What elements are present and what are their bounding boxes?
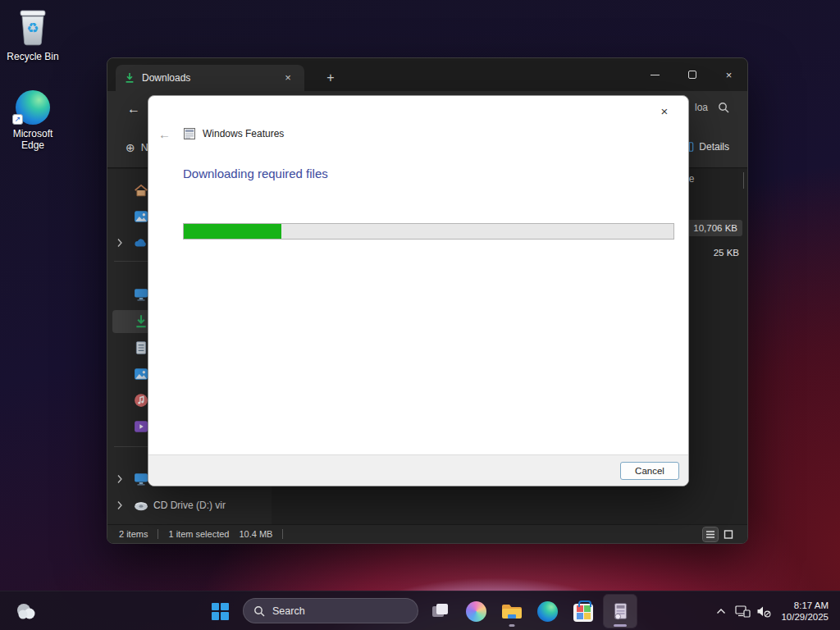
edge-button[interactable] bbox=[531, 595, 564, 628]
recycle-bin-icon: ♻ bbox=[2, 7, 64, 48]
pictures-icon bbox=[134, 367, 148, 381]
hidden-icons-chevron-button[interactable] bbox=[710, 597, 732, 625]
desktop-icon-label: Recycle Bin bbox=[2, 51, 64, 62]
tab-close-icon[interactable]: × bbox=[280, 70, 296, 86]
large-icons-view-button[interactable] bbox=[721, 527, 736, 541]
network-icon bbox=[735, 605, 751, 618]
items-count: 2 items bbox=[119, 529, 148, 539]
edge-icon: ↗ bbox=[2, 84, 64, 125]
windows-features-taskbar-button[interactable] bbox=[604, 595, 637, 628]
status-divider bbox=[282, 529, 283, 539]
windows-features-icon bbox=[183, 127, 196, 140]
large-icons-view-icon bbox=[724, 530, 733, 539]
chevron-up-icon bbox=[716, 608, 726, 614]
windows-features-dialog: × ← Windows Features Downloading require… bbox=[148, 95, 689, 486]
weather-cloud-icon bbox=[15, 602, 38, 620]
taskbar-search-box[interactable]: Search bbox=[243, 598, 418, 623]
downloads-icon bbox=[134, 314, 148, 329]
windows-logo-icon bbox=[212, 603, 229, 620]
dialog-back-icon[interactable]: ← bbox=[158, 127, 180, 141]
volume-muted-icon bbox=[756, 605, 772, 618]
task-view-icon bbox=[431, 602, 450, 620]
desktop-icon-label: Microsoft Edge bbox=[2, 128, 64, 151]
dialog-heading: Downloading required files bbox=[183, 167, 328, 180]
shortcut-arrow-icon: ↗ bbox=[12, 114, 23, 125]
windows-features-app-icon bbox=[611, 602, 629, 620]
search-box-text[interactable]: loa bbox=[695, 102, 708, 113]
sidebar-item-cd-drive[interactable]: CD Drive (D:) vir bbox=[112, 494, 260, 517]
edge-icon bbox=[537, 601, 558, 622]
cancel-button[interactable]: Cancel bbox=[620, 462, 679, 480]
search-icon bbox=[253, 605, 265, 617]
chevron-right-icon[interactable] bbox=[116, 238, 124, 248]
status-divider bbox=[158, 529, 158, 539]
start-button[interactable] bbox=[203, 595, 236, 628]
download-icon bbox=[124, 72, 135, 84]
videos-icon bbox=[134, 419, 148, 434]
dialog-title: Windows Features bbox=[203, 128, 284, 139]
details-view-button[interactable] bbox=[703, 527, 718, 541]
maximize-icon bbox=[688, 71, 696, 79]
selected-size: 10.4 MB bbox=[239, 529, 272, 539]
onedrive-icon bbox=[134, 235, 148, 250]
desktop-icon-microsoft-edge[interactable]: ↗ Microsoft Edge bbox=[2, 84, 64, 151]
chevron-right-icon[interactable] bbox=[116, 474, 124, 484]
taskbar: Search bbox=[0, 591, 840, 630]
explorer-statusbar: 2 items 1 item selected 10.4 MB bbox=[107, 524, 747, 543]
search-placeholder: Search bbox=[272, 605, 305, 617]
explorer-titlebar[interactable]: Downloads × + × bbox=[107, 58, 747, 91]
microsoft-store-button[interactable] bbox=[567, 595, 600, 628]
running-indicator bbox=[509, 624, 515, 627]
network-tray-button[interactable] bbox=[732, 597, 753, 625]
column-separator[interactable] bbox=[743, 172, 744, 189]
explorer-tab-downloads[interactable]: Downloads × bbox=[116, 65, 304, 91]
cd-drive-label: CD Drive (D:) vir bbox=[153, 500, 226, 511]
progress-bar-fill bbox=[184, 224, 281, 239]
progress-bar bbox=[183, 223, 674, 240]
task-view-button[interactable] bbox=[424, 595, 457, 628]
minimize-icon bbox=[651, 75, 660, 75]
minimize-button[interactable] bbox=[637, 58, 673, 91]
home-icon bbox=[134, 183, 148, 198]
search-icon[interactable] bbox=[718, 102, 729, 113]
music-icon bbox=[134, 393, 148, 408]
tab-title: Downloads bbox=[142, 72, 280, 84]
copilot-icon bbox=[466, 601, 486, 622]
documents-icon bbox=[134, 340, 148, 355]
dialog-close-icon[interactable]: × bbox=[655, 103, 673, 121]
taskbar-clock[interactable]: 8:17 AM 10/29/2025 bbox=[781, 600, 829, 623]
clock-time: 8:17 AM bbox=[781, 600, 829, 611]
volume-tray-button[interactable] bbox=[753, 597, 774, 625]
dialog-footer: Cancel bbox=[148, 454, 688, 486]
recycle-symbol-icon: ♻ bbox=[26, 20, 39, 37]
desktop-icon bbox=[134, 287, 148, 302]
copilot-button[interactable] bbox=[459, 595, 492, 628]
gallery-icon bbox=[134, 209, 148, 224]
selected-count: 1 item selected bbox=[168, 529, 229, 539]
file-explorer-icon bbox=[501, 603, 523, 620]
chevron-right-icon[interactable] bbox=[116, 500, 124, 510]
microsoft-store-icon bbox=[573, 604, 593, 622]
back-button[interactable]: ← bbox=[124, 99, 144, 119]
details-view-icon bbox=[705, 530, 715, 539]
details-button-label: Details bbox=[699, 141, 729, 153]
desktop: ♻ Recycle Bin ↗ Microsoft Edge Downloads… bbox=[0, 0, 840, 630]
maximize-button[interactable] bbox=[673, 58, 710, 91]
close-button[interactable]: × bbox=[710, 58, 747, 91]
file-explorer-button[interactable] bbox=[495, 595, 528, 628]
clock-date: 10/29/2025 bbox=[781, 611, 829, 623]
active-indicator bbox=[614, 624, 627, 627]
widgets-weather-button[interactable] bbox=[10, 595, 43, 628]
this-pc-icon bbox=[134, 472, 148, 486]
new-plus-icon: ⊕ bbox=[126, 141, 135, 154]
new-tab-button[interactable]: + bbox=[319, 66, 342, 89]
desktop-icon-recycle-bin[interactable]: ♻ Recycle Bin bbox=[2, 7, 64, 62]
cd-drive-icon bbox=[134, 498, 148, 513]
